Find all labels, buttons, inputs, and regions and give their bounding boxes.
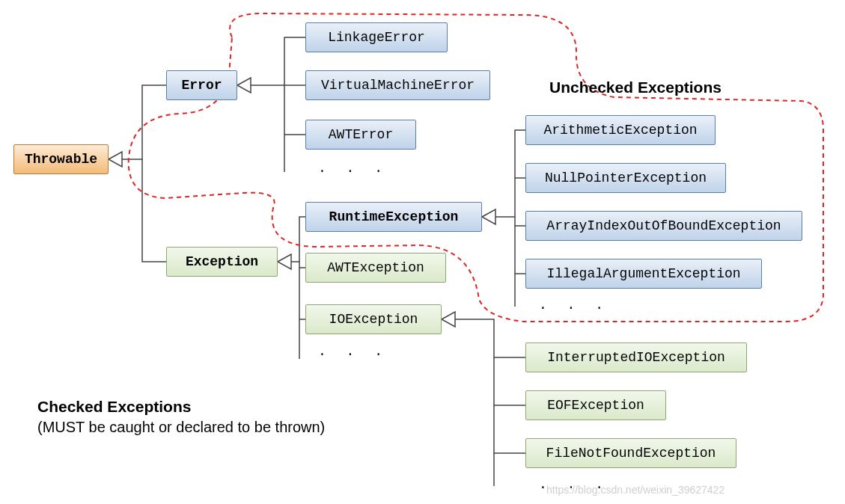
node-ioexception: IOException: [305, 304, 442, 334]
svg-marker-3: [482, 209, 495, 224]
label-checked-sub: (MUST be caught or declared to be thrown…: [37, 419, 325, 436]
node-throwable: Throwable: [13, 144, 109, 174]
label-unchecked: Unchecked Exceptions: [549, 79, 722, 96]
node-awtexception: AWTException: [305, 253, 446, 283]
node-interruptedioexception: InterruptedIOException: [525, 342, 747, 372]
node-arithmeticexception: ArithmeticException: [525, 115, 716, 145]
node-eofexception: EOFException: [525, 390, 666, 420]
node-arrayindexoutofbound: ArrayIndexOutOfBoundException: [525, 211, 802, 241]
node-exception: Exception: [166, 247, 278, 277]
node-error: Error: [166, 70, 237, 100]
watermark: https://blog.csdn.net/weixin_39627422: [546, 484, 724, 496]
node-virtualmachineerror: VirtualMachineError: [305, 70, 490, 100]
ellipsis: . . .: [318, 344, 388, 359]
node-runtimeexception: RuntimeException: [305, 202, 482, 232]
node-linkageerror: LinkageError: [305, 22, 448, 52]
node-illegalargumentexception: IllegalArgumentException: [525, 259, 762, 289]
svg-marker-1: [237, 78, 251, 93]
node-nullpointerexception: NullPointerException: [525, 163, 726, 193]
svg-marker-2: [278, 254, 291, 269]
ellipsis: . . .: [318, 161, 388, 176]
svg-marker-0: [109, 152, 122, 167]
ellipsis: . . .: [539, 298, 609, 313]
label-checked: Checked Exceptions: [37, 398, 191, 416]
node-awterror: AWTError: [305, 120, 416, 150]
node-filenotfoundexception: FileNotFoundException: [525, 438, 736, 468]
svg-marker-4: [442, 312, 455, 327]
